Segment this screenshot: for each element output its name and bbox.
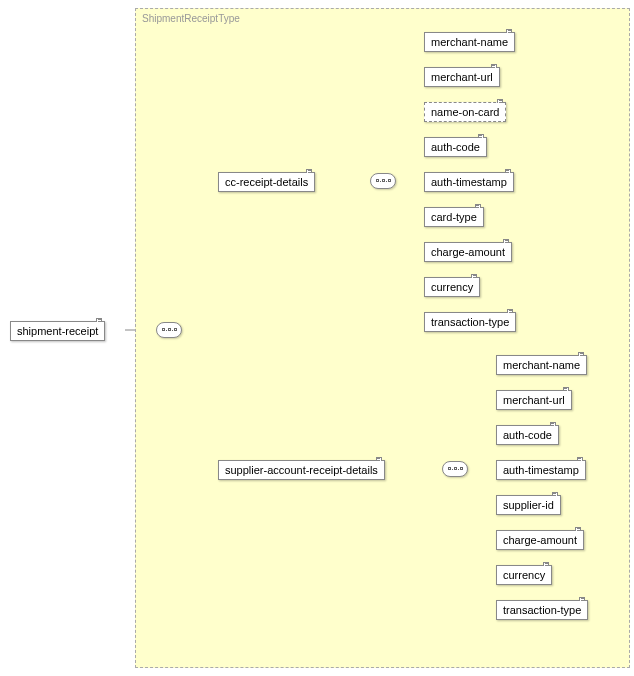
node-label: merchant-name (431, 36, 508, 48)
node-label: card-type (431, 211, 477, 223)
node-currency-2[interactable]: currency (496, 565, 552, 585)
node-cc-receipt-details[interactable]: cc-receipt-details (218, 172, 315, 192)
sequence-connector (156, 322, 182, 338)
node-transaction-type-2[interactable]: transaction-type (496, 600, 588, 620)
node-supplier-account-receipt-details[interactable]: supplier-account-receipt-details (218, 460, 385, 480)
node-merchant-url-2[interactable]: merchant-url (496, 390, 572, 410)
node-merchant-name[interactable]: merchant-name (424, 32, 515, 52)
node-label: shipment-receipt (17, 325, 98, 337)
node-label: transaction-type (503, 604, 581, 616)
node-label: cc-receipt-details (225, 176, 308, 188)
node-transaction-type[interactable]: transaction-type (424, 312, 516, 332)
node-auth-timestamp[interactable]: auth-timestamp (424, 172, 514, 192)
node-label: merchant-url (503, 394, 565, 406)
node-card-type[interactable]: card-type (424, 207, 484, 227)
node-label: currency (431, 281, 473, 293)
type-label: ShipmentReceiptType (142, 13, 240, 24)
node-auth-code-2[interactable]: auth-code (496, 425, 559, 445)
node-name-on-card[interactable]: name-on-card (424, 102, 506, 122)
node-auth-code[interactable]: auth-code (424, 137, 487, 157)
node-label: transaction-type (431, 316, 509, 328)
node-merchant-url[interactable]: merchant-url (424, 67, 500, 87)
node-label: currency (503, 569, 545, 581)
node-label: charge-amount (431, 246, 505, 258)
node-label: charge-amount (503, 534, 577, 546)
node-label: merchant-url (431, 71, 493, 83)
node-label: supplier-account-receipt-details (225, 464, 378, 476)
node-charge-amount-2[interactable]: charge-amount (496, 530, 584, 550)
node-label: merchant-name (503, 359, 580, 371)
node-charge-amount[interactable]: charge-amount (424, 242, 512, 262)
node-shipment-receipt[interactable]: shipment-receipt (10, 321, 105, 341)
node-merchant-name-2[interactable]: merchant-name (496, 355, 587, 375)
node-label: supplier-id (503, 499, 554, 511)
type-container: ShipmentReceiptType (135, 8, 630, 668)
node-label: auth-timestamp (503, 464, 579, 476)
node-label: auth-code (431, 141, 480, 153)
sequence-connector (442, 461, 468, 477)
sequence-connector (370, 173, 396, 189)
node-supplier-id[interactable]: supplier-id (496, 495, 561, 515)
node-auth-timestamp-2[interactable]: auth-timestamp (496, 460, 586, 480)
node-currency[interactable]: currency (424, 277, 480, 297)
node-label: auth-timestamp (431, 176, 507, 188)
node-label: name-on-card (431, 106, 499, 118)
node-label: auth-code (503, 429, 552, 441)
